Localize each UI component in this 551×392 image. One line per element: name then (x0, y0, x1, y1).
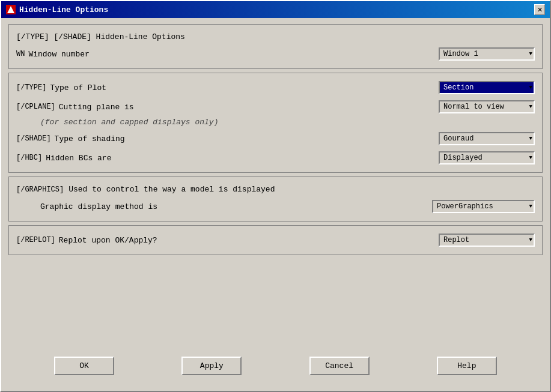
svg-marker-0 (7, 6, 14, 13)
button-row: OK Apply Cancel Help (8, 347, 543, 385)
graphics-method-label-wrap: Graphic display method is (16, 202, 427, 211)
graphics-dropdown[interactable]: PowerGraphics Full Model Graphics (432, 200, 535, 213)
replot-section: [/REPLOT] Replot upon OK/Apply? Replot N… (8, 225, 543, 255)
cplane-cmd: [/CPLANE] (16, 103, 55, 111)
app-icon (6, 5, 16, 14)
shade-select-container: Gouraud Flat None (439, 132, 535, 145)
replot-section-inner: [/REPLOT] Replot upon OK/Apply? Replot N… (9, 226, 542, 255)
cancel-button[interactable]: Cancel (309, 357, 370, 375)
hbc-dropdown[interactable]: Displayed Hidden Removed (439, 151, 535, 164)
wn-row: WN Window number Window 1 Window 2 Windo… (16, 44, 535, 64)
type-row-label: [/TYPE] Type of Plot (16, 83, 434, 92)
hbc-cmd: [/HBC] (16, 154, 42, 162)
graphics-select-container: PowerGraphics Full Model Graphics (432, 200, 535, 213)
graphics-method-row: Graphic display method is PowerGraphics … (16, 197, 535, 216)
type-cmd: [/TYPE] (16, 83, 46, 92)
title-bar-left: Hidden-Line Options (6, 5, 108, 14)
shade-label: Type of shading (55, 134, 125, 143)
hbc-row: [/HBC] Hidden BCs are Displayed Hidden R… (16, 148, 535, 167)
spacer (8, 259, 543, 307)
wn-label: Window number (28, 50, 89, 59)
wn-dropdown-wrap: Window 1 Window 2 Window 3 Window 4 (439, 47, 535, 61)
hbc-dropdown-wrap: Displayed Hidden Removed (439, 151, 535, 164)
cplane-dropdown[interactable]: Normal to view X-plane Y-plane Z-plane (439, 100, 535, 113)
type-dropdown-wrap: Section Hidden Line Capped (439, 81, 535, 94)
cplane-row-label: [/CPLANE] Cutting plane is (16, 103, 434, 112)
cplane-label: Cutting plane is (59, 103, 134, 112)
shade-row: [/SHADE] Type of shading Gouraud Flat No… (16, 129, 535, 148)
wn-header-label: [/TYPE] [/SHADE] Hidden-Line Options (16, 32, 185, 41)
wn-section: [/TYPE] [/SHADE] Hidden-Line Options WN … (8, 24, 543, 69)
wn-header-row: [/TYPE] [/SHADE] Hidden-Line Options (16, 29, 535, 44)
shade-dropdown-wrap: Gouraud Flat None (439, 132, 535, 145)
replot-row-label: [/REPLOT] Replot upon OK/Apply? (16, 236, 434, 245)
wn-dropdown[interactable]: Window 1 Window 2 Window 3 Window 4 (439, 47, 535, 61)
type-label: Type of Plot (50, 83, 106, 92)
shade-dropdown[interactable]: Gouraud Flat None (439, 132, 535, 145)
cplane-row: [/CPLANE] Cutting plane is Normal to vie… (16, 97, 535, 116)
replot-label: Replot upon OK/Apply? (59, 236, 157, 245)
type-dropdown[interactable]: Section Hidden Line Capped (439, 81, 535, 94)
dialog-title: Hidden-Line Options (19, 5, 108, 14)
help-button[interactable]: Help (437, 357, 497, 375)
cplane-note: (for section and capped displays only) (16, 116, 535, 129)
type-section: [/TYPE] Type of Plot Section Hidden Line… (8, 73, 543, 173)
replot-select-container: Replot No Replot (439, 234, 535, 247)
graphics-section-inner: [/GRAPHICS] Used to control the way a mo… (9, 177, 542, 221)
replot-dropdown-wrap: Replot No Replot (439, 234, 535, 247)
title-bar: Hidden-Line Options ✕ (1, 1, 550, 18)
dialog-window: Hidden-Line Options ✕ [/TYPE] [/SHADE] H… (0, 0, 551, 392)
ok-button[interactable]: OK (54, 357, 114, 375)
hbc-select-container: Displayed Hidden Removed (439, 151, 535, 164)
apply-button[interactable]: Apply (181, 357, 242, 375)
close-button[interactable]: ✕ (534, 4, 545, 15)
wn-section-inner: [/TYPE] [/SHADE] Hidden-Line Options WN … (9, 25, 542, 68)
hbc-label: Hidden BCs are (46, 154, 111, 163)
dialog-content: [/TYPE] [/SHADE] Hidden-Line Options WN … (1, 18, 550, 391)
graphics-dropdown-wrap: PowerGraphics Full Model Graphics (432, 200, 535, 213)
shade-row-label: [/SHADE] Type of shading (16, 134, 434, 143)
type-section-inner: [/TYPE] Type of Plot Section Hidden Line… (9, 73, 542, 172)
wn-row-label: WN Window number (16, 50, 434, 59)
wn-cmd: WN (16, 50, 25, 58)
graphics-section: [/GRAPHICS] Used to control the way a mo… (8, 176, 543, 222)
cplane-dropdown-wrap: Normal to view X-plane Y-plane Z-plane (439, 100, 535, 113)
replot-cmd: [/REPLOT] (16, 236, 55, 244)
graphics-cmd: [/GRAPHICS] (16, 185, 64, 194)
shade-cmd: [/SHADE] (16, 134, 51, 143)
type-row: [/TYPE] Type of Plot Section Hidden Line… (16, 78, 535, 97)
replot-dropdown[interactable]: Replot No Replot (439, 234, 535, 247)
wn-select-container: Window 1 Window 2 Window 3 Window 4 (439, 47, 535, 61)
type-select-container: Section Hidden Line Capped (439, 81, 535, 94)
graphics-method-label: Graphic display method is (16, 202, 157, 211)
graphics-header-label: Used to control the way a model is displ… (68, 185, 275, 194)
hbc-row-label: [/HBC] Hidden BCs are (16, 154, 434, 163)
graphics-header-row: [/GRAPHICS] Used to control the way a mo… (16, 182, 535, 197)
replot-row: [/REPLOT] Replot upon OK/Apply? Replot N… (16, 231, 535, 250)
cplane-select-container: Normal to view X-plane Y-plane Z-plane (439, 100, 535, 113)
